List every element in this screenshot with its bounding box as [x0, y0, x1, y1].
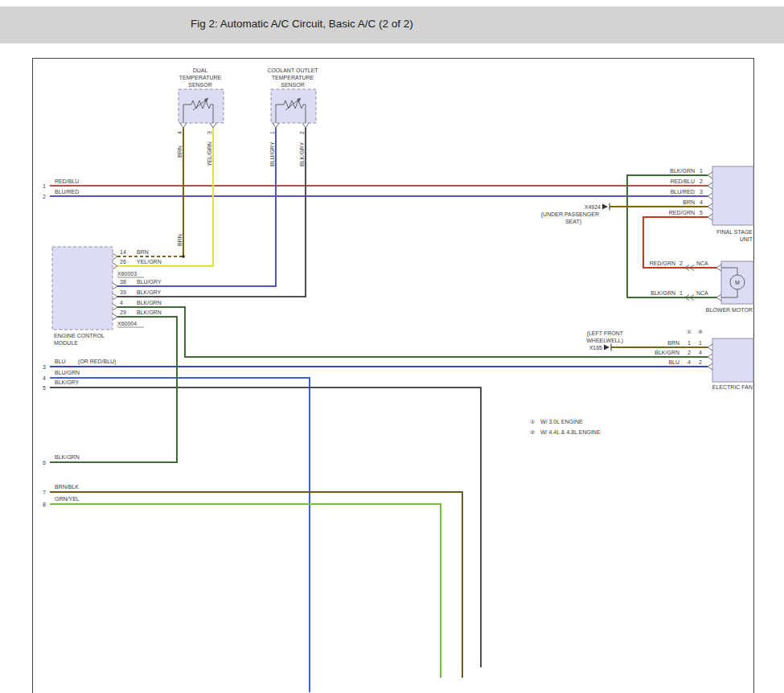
pin-number: 2: [688, 350, 691, 355]
connector-id: X60004: [117, 321, 137, 326]
legend-symbol: ②: [530, 429, 535, 435]
component-box: [271, 89, 316, 123]
wire-color-label: BLK/GRN: [55, 454, 80, 460]
wire-color-label: YEL/GRN: [137, 259, 162, 264]
wire-endpoint-number: 6: [43, 460, 46, 465]
component-label: ELECTRIC FAN: [712, 384, 753, 390]
nca-note: NCA: [696, 290, 708, 296]
nca-note: NCA: [696, 260, 708, 266]
motor-letter: M: [735, 280, 740, 285]
legend-text: W/ 4.4L & 4.8L ENGINE: [540, 429, 601, 435]
pin-number: 1: [269, 131, 275, 134]
pin-number: 38: [120, 279, 126, 285]
pin-number: 4: [688, 359, 691, 365]
component-box: [712, 166, 753, 225]
connector-id: X4924: [585, 204, 601, 210]
wire-endpoint-number: 7: [43, 490, 46, 495]
pin-number: 2: [700, 178, 703, 184]
wire-endpoint-number: 5: [43, 385, 46, 391]
wire-color-label-vertical: BLK/GRY: [299, 141, 305, 166]
pin-number: 14: [120, 249, 126, 255]
wire-color-label: BLK/GRN: [137, 310, 162, 315]
pin-number: 2: [699, 359, 702, 365]
component-label: COOLANT OUTLET: [267, 68, 318, 73]
wire-color-label: BLU/GRN: [55, 370, 80, 375]
variant-column-header: ①: [687, 329, 692, 334]
pin-number: 4: [177, 131, 183, 134]
wire-color-label: BLU: [55, 359, 66, 364]
screenshot-root: Fig 2: Automatic A/C Circuit, Basic A/C …: [0, 0, 784, 693]
pin-number: 1: [699, 340, 702, 346]
diagram-frame: [33, 59, 754, 693]
connector-location: (LEFT FRONT: [587, 330, 624, 337]
legend-text: W/ 3.0L ENGINE: [540, 419, 583, 424]
wire-color-label-vertical: BLU/GRY: [269, 141, 275, 166]
component-label: SENSOR: [188, 82, 212, 88]
wire-color-label-vertical: YEL/GRN: [207, 141, 212, 166]
wiring-diagram: 1 RED/BLU 2 BLU/RED 3 BLU (OR RED/BLU) 4…: [0, 0, 784, 693]
pin-number: 3: [207, 131, 212, 134]
wire-color-label: BLK/GRN: [670, 168, 695, 174]
wire-color-label: BLU/RED: [671, 189, 695, 195]
pin-number: 3: [700, 189, 703, 195]
wire-color-label: BLU/RED: [55, 189, 79, 195]
wire-color-label: BLU/GRY: [137, 279, 162, 285]
wire-color-label: RED/BLU: [671, 178, 695, 184]
wire-color-label: RED/GRN: [650, 260, 675, 266]
component-label: TEMPERATURE: [272, 75, 314, 80]
pin-number: 2: [299, 131, 305, 134]
component-box: [52, 247, 113, 330]
pin-number: 4: [120, 300, 123, 305]
pin-number: 29: [120, 310, 126, 315]
connector-id: X60003: [117, 271, 137, 277]
wire-color-label-vertical: BRN: [177, 146, 183, 158]
wire-color-label: BRN: [667, 340, 679, 346]
wire-color-label: BLK/GRY: [137, 289, 162, 295]
pin-number: 1: [700, 168, 703, 174]
wire-color-label-vertical: BRN: [177, 234, 183, 246]
variant-column-header: ②: [698, 329, 703, 334]
component-label: TEMPERATURE: [179, 75, 222, 80]
wire-endpoint-number: 2: [43, 194, 46, 199]
component-label: ENGINE CONTROL: [54, 333, 105, 338]
wire-alt-color-label: (OR RED/BLU): [78, 359, 116, 365]
wire-junction-dot: [182, 255, 185, 258]
wire-color-label: RED/BLU: [55, 178, 79, 184]
pin-number: 1: [688, 340, 691, 346]
component-label: MODULE: [54, 340, 78, 346]
component-label: DUAL: [193, 68, 208, 73]
wire-color-label: BLK/GRN: [137, 300, 162, 305]
wire-color-label: BRN: [683, 199, 695, 205]
wire-endpoint-number: 8: [43, 502, 46, 507]
pin-number: 5: [700, 210, 703, 215]
connector-location: (UNDER PASSENGER: [541, 211, 599, 218]
connector-location: SEAT): [565, 219, 581, 225]
wire-color-label: RED/GRN: [669, 210, 695, 215]
connector-location: WHEELWELL): [586, 338, 623, 344]
connector-id: X165: [589, 345, 602, 351]
pin-number: 26: [120, 259, 126, 264]
wire-endpoint-number: 1: [43, 183, 46, 189]
component-label: UNIT: [740, 236, 753, 242]
component-box: [179, 89, 224, 123]
pin-number: 1: [679, 290, 683, 296]
wire-color-label: BLU: [668, 359, 679, 365]
wire-color-label: BLK/GRN: [651, 290, 675, 296]
wire-color-label: BLK/GRN: [655, 350, 679, 355]
pin-number: 2: [679, 260, 683, 266]
wire-endpoint-number: 4: [43, 375, 46, 381]
component-box: [712, 338, 753, 382]
pin-number: 39: [120, 289, 126, 295]
wire-endpoint-number: 3: [43, 364, 46, 370]
pin-number: 4: [699, 350, 702, 355]
wire-color-label: BRN: [137, 249, 149, 255]
pin-number: 4: [700, 199, 703, 205]
wire-color-label: BLK/GRY: [55, 379, 80, 385]
wire-color-label: BRN/BLK: [55, 484, 79, 490]
wire-color-label: GRN/YEL: [55, 496, 80, 502]
legend-symbol: ①: [530, 419, 535, 424]
component-label: BLOWER MOTOR: [706, 307, 753, 313]
component-label: FINAL STAGE: [716, 229, 753, 235]
component-label: SENSOR: [281, 82, 305, 88]
